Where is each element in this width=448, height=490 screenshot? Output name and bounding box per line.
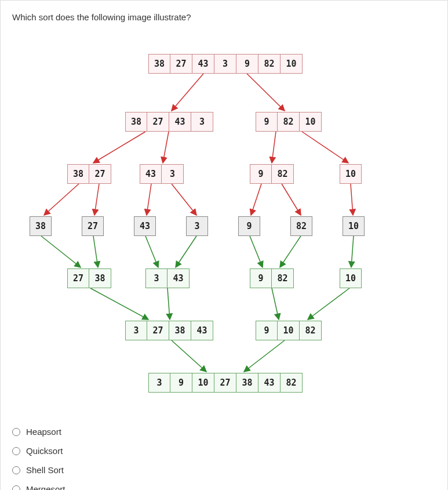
array-node-r4b: 343 bbox=[145, 268, 190, 288]
svg-line-21 bbox=[167, 288, 170, 320]
array-cell: 10 bbox=[300, 112, 322, 132]
radio-shellsort[interactable] bbox=[12, 466, 20, 474]
array-node-r2d: 10 bbox=[340, 164, 362, 184]
option-shellsort[interactable]: Shell Sort bbox=[12, 460, 436, 480]
array-cell: 10 bbox=[340, 164, 362, 184]
radio-heapsort[interactable] bbox=[12, 428, 20, 436]
array-cell: 38 bbox=[30, 216, 52, 236]
array-node-r5a: 3273843 bbox=[125, 321, 213, 340]
svg-line-9 bbox=[172, 184, 196, 215]
option-quicksort[interactable]: Quicksort bbox=[12, 441, 436, 460]
array-cell: 3 bbox=[191, 112, 213, 132]
array-cell: 43 bbox=[191, 321, 213, 340]
array-cell: 27 bbox=[214, 373, 236, 393]
svg-line-16 bbox=[176, 236, 196, 267]
array-cell: 10 bbox=[192, 373, 214, 393]
svg-line-10 bbox=[251, 184, 261, 215]
svg-line-18 bbox=[280, 236, 301, 267]
array-cell: 43 bbox=[169, 112, 191, 132]
array-cell: 3 bbox=[148, 373, 170, 393]
array-cell: 9 bbox=[250, 164, 272, 184]
radio-mergesort[interactable] bbox=[12, 485, 20, 491]
svg-line-6 bbox=[44, 184, 79, 215]
array-node-r3d: 3 bbox=[186, 216, 208, 236]
array-cell: 9 bbox=[256, 112, 278, 132]
array-cell: 38 bbox=[89, 268, 111, 288]
array-cell: 10 bbox=[343, 216, 365, 236]
sort-diagram: 3827433982103827433982103827433982103827… bbox=[12, 31, 429, 413]
array-cell: 9 bbox=[236, 54, 258, 74]
option-label: Mergesort bbox=[26, 484, 65, 490]
array-cell: 38 bbox=[148, 54, 170, 74]
array-cell: 82 bbox=[258, 54, 281, 74]
option-heapsort[interactable]: Heapsort bbox=[12, 422, 436, 441]
array-cell: 82 bbox=[278, 112, 300, 132]
option-label: Quicksort bbox=[26, 446, 63, 456]
array-node-r3b: 27 bbox=[82, 216, 104, 236]
svg-line-25 bbox=[244, 340, 285, 372]
array-node-r3g: 10 bbox=[343, 216, 365, 236]
svg-line-20 bbox=[90, 288, 148, 320]
array-cell: 38 bbox=[236, 373, 258, 393]
array-node-r4c: 982 bbox=[250, 268, 294, 288]
array-cell: 38 bbox=[67, 164, 89, 184]
option-mergesort[interactable]: Mergesort bbox=[12, 480, 436, 490]
option-label: Shell Sort bbox=[26, 465, 64, 475]
svg-line-22 bbox=[272, 288, 279, 320]
option-label: Heapsort bbox=[26, 427, 61, 437]
array-cell: 3 bbox=[214, 54, 236, 74]
array-cell: 27 bbox=[147, 321, 169, 340]
svg-line-2 bbox=[93, 132, 145, 163]
array-cell: 27 bbox=[67, 268, 89, 288]
svg-line-5 bbox=[302, 132, 348, 163]
array-cell: 3 bbox=[125, 321, 147, 340]
array-cell: 9 bbox=[256, 321, 278, 340]
svg-line-12 bbox=[351, 184, 353, 215]
array-node-r3c: 43 bbox=[134, 216, 156, 236]
radio-quicksort[interactable] bbox=[12, 447, 20, 455]
array-cell: 9 bbox=[238, 216, 260, 236]
svg-line-17 bbox=[250, 236, 263, 267]
array-node-r6: 391027384382 bbox=[148, 373, 303, 393]
svg-line-24 bbox=[172, 340, 206, 372]
array-cell: 27 bbox=[82, 216, 104, 236]
array-cell: 43 bbox=[134, 216, 156, 236]
array-cell: 43 bbox=[192, 54, 214, 74]
svg-line-7 bbox=[94, 184, 99, 215]
array-cell: 43 bbox=[258, 373, 281, 393]
array-cell: 27 bbox=[89, 164, 111, 184]
array-node-r2b: 433 bbox=[140, 164, 184, 184]
array-node-r3e: 9 bbox=[238, 216, 260, 236]
array-cell: 9 bbox=[250, 268, 272, 288]
svg-line-19 bbox=[351, 236, 354, 267]
array-node-r5b: 91082 bbox=[256, 321, 322, 340]
array-node-r4a: 2738 bbox=[67, 268, 111, 288]
svg-line-0 bbox=[172, 74, 203, 111]
array-node-r2a: 3827 bbox=[67, 164, 111, 184]
array-node-r0: 382743398210 bbox=[148, 54, 303, 74]
svg-line-3 bbox=[163, 132, 169, 163]
answer-options: Heapsort Quicksort Shell Sort Mergesort bbox=[12, 422, 436, 490]
array-node-r1a: 3827433 bbox=[125, 112, 213, 132]
array-cell: 43 bbox=[140, 164, 162, 184]
array-cell: 38 bbox=[169, 321, 191, 340]
array-node-r2c: 982 bbox=[250, 164, 294, 184]
array-cell: 3 bbox=[145, 268, 167, 288]
array-node-r4d: 10 bbox=[340, 268, 362, 288]
array-cell: 82 bbox=[290, 216, 312, 236]
array-cell: 3 bbox=[162, 164, 184, 184]
svg-line-4 bbox=[272, 132, 276, 163]
array-cell: 27 bbox=[170, 54, 192, 74]
array-cell: 82 bbox=[272, 164, 294, 184]
array-cell: 43 bbox=[167, 268, 190, 288]
quiz-container: Which sort does the following image illu… bbox=[0, 0, 448, 490]
array-cell: 9 bbox=[170, 373, 192, 393]
array-cell: 10 bbox=[340, 268, 362, 288]
array-cell: 38 bbox=[125, 112, 147, 132]
array-node-r3f: 82 bbox=[290, 216, 312, 236]
svg-line-11 bbox=[282, 184, 301, 215]
array-cell: 82 bbox=[281, 373, 303, 393]
array-cell: 82 bbox=[300, 321, 322, 340]
array-cell: 10 bbox=[281, 54, 303, 74]
diagram-arrows bbox=[12, 31, 429, 413]
